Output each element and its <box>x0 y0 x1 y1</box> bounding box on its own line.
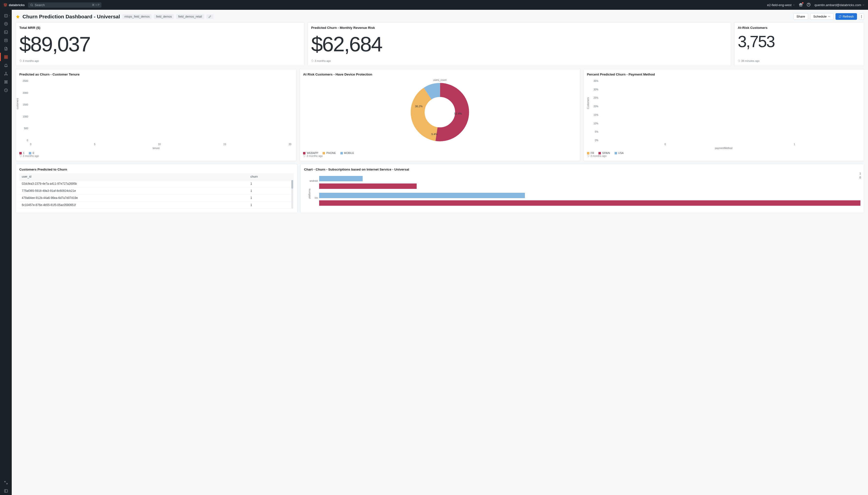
chart-title: Chart - Churn - Subscriptions based on I… <box>304 168 861 171</box>
chevron-down-icon <box>793 4 795 6</box>
kpi-title: Predicted Churn - Monthly Revenue Risk <box>311 26 728 30</box>
table-title: Customers Predicted to Churn <box>19 168 294 171</box>
x-axis-label: tenure <box>152 147 159 150</box>
col-user-id[interactable]: user_id <box>19 173 248 180</box>
kpi-timestamp: 3 months ago <box>311 59 728 62</box>
svg-text:S: S <box>5 15 6 17</box>
col-churn[interactable]: churn <box>248 173 294 180</box>
tag-mlops[interactable]: mlops_field_demos <box>122 14 152 19</box>
svg-rect-7 <box>4 31 7 33</box>
kpi-value: 3,753 <box>738 33 861 50</box>
slice-label-mobile: 9.4% <box>431 133 438 136</box>
search-input[interactable]: Search ⌘ + P <box>28 2 101 7</box>
sidebar-dashboards[interactable] <box>0 53 12 61</box>
sidebar-queries[interactable] <box>0 36 12 45</box>
help-button[interactable] <box>807 3 811 7</box>
chart-timestamp: 3 months ago <box>587 154 861 157</box>
table-row[interactable]: 479a64ee-912b-44a6-96ea-6d7a7d07d19e1 <box>19 194 294 202</box>
kpi-at-risk: At-Risk Customers 3,753 38 minutes ago <box>734 22 864 66</box>
sidebar-history[interactable] <box>0 86 12 94</box>
svg-point-19 <box>6 83 7 83</box>
list-icon <box>4 38 8 42</box>
bar-series <box>601 80 859 142</box>
sidebar: S <box>0 10 12 495</box>
file-arrow-icon <box>4 47 8 51</box>
expand-icon <box>4 481 8 485</box>
chevron-down-icon <box>828 15 830 18</box>
y-axis-label: Customers <box>586 97 589 109</box>
chart-area: 25002000150010005000 customers 05101520 … <box>19 78 293 149</box>
databricks-icon <box>3 3 7 7</box>
user-email: quentin.ambard@databricks.com <box>815 3 861 7</box>
search-icon <box>30 3 33 6</box>
refresh-small-icon <box>19 59 22 62</box>
svg-point-14 <box>4 74 5 75</box>
kpi-title: At-Risk Customers <box>738 26 861 30</box>
sidebar-expand[interactable] <box>0 478 12 487</box>
page-title: Churn Prediction Dashboard - Universal <box>22 14 120 19</box>
edit-icon <box>208 15 211 18</box>
schedule-button[interactable]: Schedule <box>810 13 834 20</box>
chevron-down-icon <box>862 4 865 6</box>
chart-payment-method: Percent Predicted Churn - Payment Method… <box>583 69 864 161</box>
workspace-selector[interactable]: e2-field-eng-west <box>767 3 795 7</box>
svg-point-20 <box>6 82 6 82</box>
bar-series <box>30 80 291 142</box>
chart-tenure: Predicted as Churn - Customer Tenure 250… <box>16 69 296 161</box>
cluster-icon <box>4 80 8 84</box>
svg-point-25 <box>861 17 862 18</box>
sidebar-alerts[interactable] <box>0 61 12 69</box>
more-actions-button[interactable] <box>859 14 864 20</box>
data-table: user_id churn 02dcfea3-2379-4e7a-a411-97… <box>19 173 294 209</box>
share-button[interactable]: Share <box>794 13 809 20</box>
topbar-right: e2-field-eng-west quentin.ambard@databri… <box>767 3 865 7</box>
sidebar-sql-menu[interactable]: S <box>0 12 12 19</box>
sidebar-compute[interactable] <box>0 78 12 86</box>
search-shortcut: ⌘ + P <box>92 3 100 6</box>
tag-field-demos[interactable]: field_demos <box>154 14 174 19</box>
kpi-timestamp: 3 months ago <box>19 59 301 62</box>
kpi-timestamp: 38 minutes ago <box>738 59 861 62</box>
edit-tags-button[interactable] <box>206 14 213 19</box>
kpi-revenue-risk: Predicted Churn - Monthly Revenue Risk $… <box>307 22 731 66</box>
tag-retail[interactable]: field_demos_retail <box>176 14 204 19</box>
table-scrollbar[interactable] <box>291 180 293 209</box>
kpi-value: $89,037 <box>19 33 301 54</box>
y-axis: 25002000150010005000 <box>19 80 29 142</box>
sidebar-panel[interactable] <box>0 487 12 495</box>
kpi-total-mrr: Total MRR ($) $89,037 3 months ago <box>16 22 305 66</box>
svg-point-17 <box>6 80 7 81</box>
main-content: Churn Prediction Dashboard - Universal m… <box>12 10 868 495</box>
chart-internet-service: Chart - Churn - Subscriptions based on I… <box>300 164 864 213</box>
svg-point-18 <box>4 83 5 83</box>
legend: FR SPAIN USA <box>587 152 861 154</box>
star-icon[interactable] <box>16 14 20 19</box>
chart-title: Predicted as Churn - Customer Tenure <box>19 72 293 76</box>
bell-icon <box>4 63 8 67</box>
terminal-icon <box>4 30 8 34</box>
sidebar-import[interactable] <box>0 45 12 53</box>
sidebar-new[interactable] <box>0 19 12 28</box>
chart-area: users_count 52.4% 38.2% 9.4% <box>303 78 577 149</box>
kpi-value: $62,684 <box>311 33 728 54</box>
chart-title: Percent Predicted Churn - Payment Method <box>587 72 861 76</box>
table-row[interactable]: 6c10457e-876e-4b55-81f5-05ac0590651f1 <box>19 202 294 209</box>
y-axis: 35%30%25%20%15%10%5%0% <box>587 80 600 142</box>
legend: 1 0 <box>19 152 293 154</box>
sidebar-data[interactable] <box>0 69 12 78</box>
hbar-label-android: android <box>305 180 318 182</box>
table-row[interactable]: 775af365-5918-49a3-91af-8c60924cb21e1 <box>19 187 294 194</box>
y-axis-label: platforms <box>308 189 311 199</box>
brand-logo[interactable]: databricks <box>3 3 25 7</box>
gift-button[interactable] <box>799 3 803 7</box>
refresh-small-icon <box>311 59 313 62</box>
chart-device-protection: At Risk Customers - Have Device Protecti… <box>299 69 580 161</box>
plus-circle-icon <box>4 22 8 26</box>
sidebar-sql-editor[interactable] <box>0 28 12 36</box>
user-menu[interactable]: quentin.ambard@databricks.com <box>815 3 865 7</box>
svg-rect-22 <box>4 489 7 492</box>
y-axis-label: customers <box>16 98 19 109</box>
table-row[interactable]: 02dcfea3-2379-4e7a-a411-97e727a2695b1 <box>19 180 294 187</box>
refresh-button[interactable]: Refresh <box>835 13 857 20</box>
search-placeholder: Search <box>35 3 45 7</box>
